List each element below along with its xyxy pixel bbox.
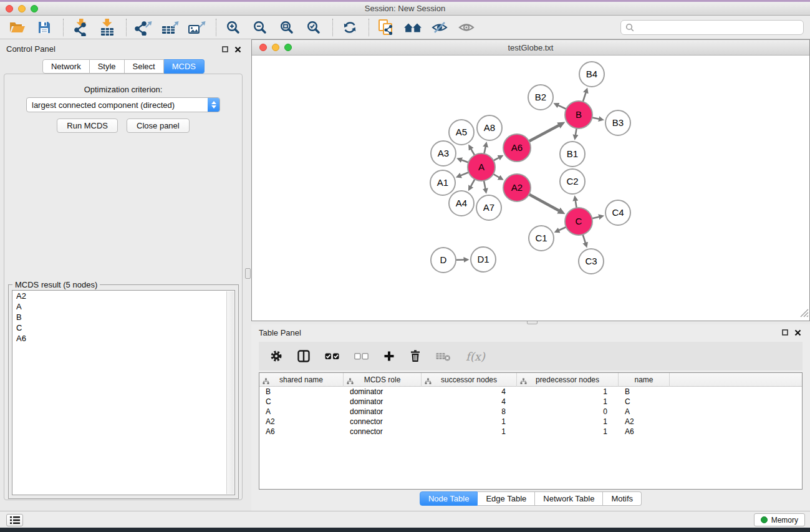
- graph-node-C[interactable]: C: [565, 208, 592, 235]
- table-cell[interactable]: A2: [619, 417, 670, 426]
- table-cell[interactable]: dominator: [344, 387, 422, 396]
- edge-A2-to-C[interactable]: [529, 195, 559, 211]
- zoom-in-button[interactable]: [221, 18, 246, 37]
- table-panel-float-button[interactable]: [781, 329, 789, 336]
- column-header-name[interactable]: name: [619, 373, 670, 387]
- run-mcds-button[interactable]: Run MCDS: [57, 118, 118, 133]
- table-cell[interactable]: C: [619, 397, 670, 406]
- graph-node-B1[interactable]: B1: [560, 142, 585, 167]
- mcds-result-item[interactable]: C: [12, 322, 234, 333]
- table-cell[interactable]: 4: [422, 387, 517, 396]
- control-tab-network[interactable]: Network: [42, 59, 90, 74]
- table-settings-button[interactable]: [270, 350, 282, 362]
- table-cell[interactable]: connector: [344, 417, 422, 426]
- edge-C-to-C4[interactable]: [592, 217, 599, 219]
- control-tab-mcds[interactable]: MCDS: [164, 59, 205, 74]
- export-network-button[interactable]: [131, 18, 156, 37]
- toggle-graphics-details-button[interactable]: [427, 18, 452, 37]
- table-cell[interactable]: 1: [517, 387, 619, 396]
- table-tab-motifs[interactable]: Motifs: [603, 491, 642, 506]
- edge-B-to-B1[interactable]: [576, 128, 577, 135]
- export-table-button[interactable]: [158, 18, 183, 37]
- graph-node-B4[interactable]: B4: [579, 62, 604, 87]
- mcds-result-item[interactable]: A2: [12, 291, 234, 301]
- table-cell[interactable]: A: [619, 407, 670, 416]
- edge-A6-to-B[interactable]: [529, 125, 559, 142]
- import-table-button[interactable]: [95, 18, 120, 37]
- edge-B-to-B4[interactable]: [583, 93, 586, 102]
- table-cell[interactable]: 1: [517, 427, 619, 436]
- zoom-selected-button[interactable]: [301, 18, 326, 37]
- graph-node-A2[interactable]: A2: [503, 174, 531, 201]
- import-network-button[interactable]: [68, 18, 93, 37]
- edge-A-to-A8[interactable]: [484, 147, 485, 153]
- search-input[interactable]: [637, 22, 803, 32]
- select-all-button[interactable]: [325, 353, 339, 360]
- graph-node-A6[interactable]: A6: [503, 134, 531, 162]
- column-header-shared-name[interactable]: shared name: [259, 373, 344, 387]
- split-panel-button[interactable]: [297, 350, 310, 362]
- table-row[interactable]: Cdominator41C: [259, 397, 802, 407]
- table-cell[interactable]: A6: [619, 427, 670, 436]
- table-panel-close-button[interactable]: [794, 329, 801, 336]
- graph-node-D1[interactable]: D1: [471, 247, 496, 272]
- edge-A-to-A3[interactable]: [461, 160, 468, 163]
- main-titlebar[interactable]: Session: New Session: [0, 2, 810, 16]
- column-header-predecessor-nodes[interactable]: predecessor nodes: [517, 373, 619, 387]
- table-cell[interactable]: C: [259, 397, 344, 406]
- table-cell[interactable]: A6: [259, 427, 344, 436]
- mcds-result-item[interactable]: A6: [12, 333, 234, 344]
- window-resize-grip[interactable]: [799, 307, 809, 320]
- edge-B-to-B2[interactable]: [558, 105, 566, 109]
- mcds-result-item[interactable]: A: [12, 301, 234, 312]
- edge-C-to-C1[interactable]: [559, 227, 566, 230]
- table-cell[interactable]: 4: [422, 397, 517, 406]
- table-cell[interactable]: 1: [517, 417, 619, 426]
- edge-A-to-A7[interactable]: [484, 181, 485, 189]
- table-cell[interactable]: A2: [259, 417, 344, 426]
- table-cell[interactable]: 1: [422, 427, 517, 436]
- control-tab-style[interactable]: Style: [90, 59, 125, 74]
- graph-node-C2[interactable]: C2: [560, 169, 585, 194]
- graph-node-C3[interactable]: C3: [579, 249, 604, 274]
- edge-B-to-B3[interactable]: [592, 117, 599, 118]
- table-row[interactable]: A2connector11A2: [259, 417, 802, 427]
- graph-node-A3[interactable]: A3: [431, 141, 456, 166]
- zoom-fit-button[interactable]: [274, 18, 299, 37]
- graph-node-A4[interactable]: A4: [449, 191, 474, 216]
- deselect-all-button[interactable]: [354, 353, 369, 360]
- column-header-successor-nodes[interactable]: successor nodes: [422, 373, 517, 387]
- vertical-divider-grip[interactable]: [245, 268, 251, 279]
- control-panel-close-button[interactable]: [234, 46, 241, 53]
- table-cell[interactable]: dominator: [344, 407, 422, 416]
- mcds-result-item[interactable]: B: [12, 312, 234, 322]
- table-row[interactable]: A6connector11A6: [259, 427, 802, 437]
- table-tab-edge-table[interactable]: Edge Table: [478, 491, 535, 506]
- graph-node-B[interactable]: B: [565, 101, 592, 128]
- table-cell[interactable]: A: [259, 407, 344, 416]
- graph-node-A5[interactable]: A5: [449, 120, 474, 145]
- export-image-button[interactable]: [185, 18, 210, 37]
- graph-node-A[interactable]: A: [468, 153, 495, 181]
- column-header-MCDS-role[interactable]: MCDS role: [344, 373, 422, 387]
- mcds-result-list[interactable]: A2ABCA6: [12, 290, 235, 495]
- close-panel-button[interactable]: Close panel: [127, 118, 190, 133]
- edge-A-to-A2[interactable]: [493, 174, 499, 178]
- edge-A-to-A4[interactable]: [471, 179, 475, 186]
- function-builder-button[interactable]: f(x): [466, 350, 485, 363]
- clone-network-button[interactable]: [374, 18, 398, 37]
- table-cell[interactable]: 0: [517, 407, 619, 416]
- graph-node-C4[interactable]: C4: [605, 200, 630, 225]
- table-cell[interactable]: B: [259, 387, 344, 396]
- table-tab-network-table[interactable]: Network Table: [535, 491, 603, 506]
- add-row-button[interactable]: [383, 351, 395, 362]
- network-canvas[interactable]: B4B2BB3A8A5A6A3B1AC2A1A2A4A7C4CC1D1DC3: [252, 56, 809, 321]
- open-session-button[interactable]: [5, 18, 30, 37]
- table-tab-node-table[interactable]: Node Table: [420, 491, 478, 506]
- edge-A-to-A5[interactable]: [471, 149, 475, 155]
- table-row[interactable]: Adominator80A: [259, 407, 802, 417]
- table-cell[interactable]: 1: [422, 417, 517, 426]
- table-row[interactable]: Bdominator41B: [259, 387, 802, 397]
- edge-A-to-A6[interactable]: [493, 158, 499, 161]
- table-cell[interactable]: connector: [344, 427, 422, 436]
